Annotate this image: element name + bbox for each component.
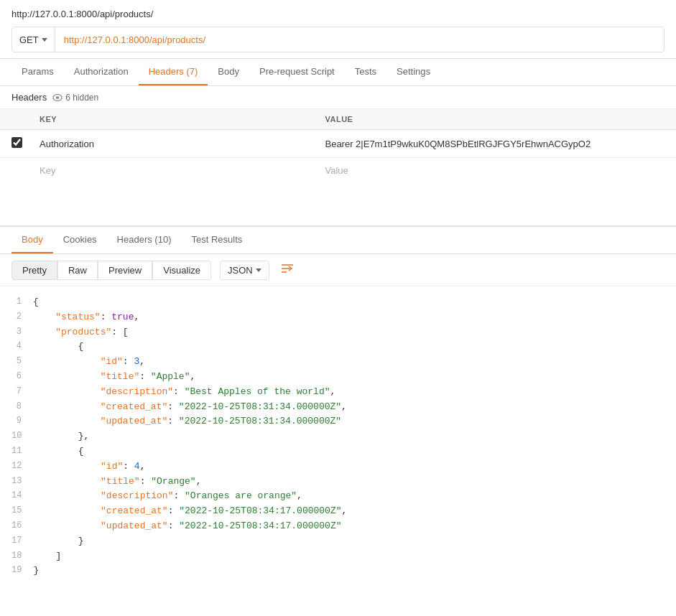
response-toolbar: Pretty Raw Preview Visualize JSON: [0, 254, 676, 286]
tab-headers[interactable]: Headers (7): [139, 59, 208, 85]
code-line-2: 2 "status": true,: [0, 310, 676, 325]
table-row: Authorization Bearer 2|E7m1tP9wkuK0QM8SP…: [0, 130, 676, 158]
line-content: ]: [33, 549, 665, 564]
code-line-5: 5 "id": 3,: [0, 355, 676, 370]
request-bar: GET: [11, 27, 665, 52]
line-content: "products": [: [33, 325, 665, 340]
line-number: 18: [11, 549, 33, 563]
table-row-placeholder: Key Value: [0, 158, 676, 184]
view-visualize-button[interactable]: Visualize: [152, 261, 211, 280]
request-tabs-nav: Params Authorization Headers (7) Body Pr…: [0, 59, 676, 85]
line-number: 2: [11, 310, 33, 324]
headers-label: Headers: [11, 92, 47, 103]
line-content: "id": 3,: [33, 355, 665, 370]
eye-icon: [52, 94, 62, 101]
format-label: JSON: [228, 265, 253, 276]
code-line-8: 8 "created_at": "2022-10-25T08:31:34.000…: [0, 400, 676, 415]
format-chevron-icon: [256, 269, 261, 272]
response-tab-headers[interactable]: Headers (10): [107, 227, 182, 253]
response-tab-cookies[interactable]: Cookies: [53, 227, 107, 253]
line-number: 9: [11, 414, 33, 428]
view-pretty-button[interactable]: Pretty: [11, 261, 57, 280]
response-section: Body Cookies Headers (10) Test Results P…: [0, 226, 676, 587]
line-number: 3: [11, 325, 33, 339]
line-number: 6: [11, 370, 33, 383]
key-col-header: KEY: [28, 109, 313, 130]
svg-point-1: [56, 96, 59, 99]
response-tab-body[interactable]: Body: [11, 227, 53, 253]
line-content: "description": "Oranges are orange",: [33, 489, 665, 504]
line-number: 7: [11, 385, 33, 398]
response-tabs-nav: Body Cookies Headers (10) Test Results: [0, 227, 676, 254]
tab-settings[interactable]: Settings: [386, 59, 440, 85]
line-number: 14: [11, 489, 33, 503]
code-line-17: 17 }: [0, 534, 676, 549]
response-tab-test-results[interactable]: Test Results: [181, 227, 252, 253]
tab-authorization[interactable]: Authorization: [64, 59, 139, 85]
value-col-header: VALUE: [313, 109, 676, 130]
code-line-16: 16 "updated_at": "2022-10-25T08:34:17.00…: [0, 519, 676, 534]
line-number: 5: [11, 355, 33, 368]
value-cell[interactable]: Bearer 2|E7m1tP9wkuK0QM8SPbEtlRGJFGY5rEh…: [313, 130, 676, 158]
line-number: 17: [11, 534, 33, 548]
checkbox-col-header: [0, 109, 28, 130]
placeholder-checkbox-cell: [0, 158, 28, 184]
line-content: "updated_at": "2022-10-25T08:34:17.00000…: [33, 519, 665, 534]
line-number: 8: [11, 400, 33, 414]
request-tabs-section: Params Authorization Headers (7) Body Pr…: [0, 59, 676, 86]
code-line-13: 13 "title": "Orange",: [0, 475, 676, 490]
code-line-6: 6 "title": "Apple",: [0, 370, 676, 385]
code-line-9: 9 "updated_at": "2022-10-25T08:31:34.000…: [0, 414, 676, 429]
line-content: "created_at": "2022-10-25T08:34:17.00000…: [33, 504, 665, 519]
chevron-down-icon: [42, 38, 47, 42]
line-number: 13: [11, 475, 33, 488]
line-content: "title": "Orange",: [33, 475, 665, 490]
line-content: },: [33, 429, 665, 444]
checkbox-cell: [0, 130, 28, 158]
hidden-count: 6 hidden: [65, 93, 98, 103]
line-content: "id": 4,: [33, 459, 665, 475]
url-bar-section: http://127.0.0.1:8000/api/products/ GET: [0, 0, 676, 59]
line-number: 10: [11, 429, 33, 443]
hidden-badge: 6 hidden: [52, 93, 98, 103]
code-line-14: 14 "description": "Oranges are orange",: [0, 489, 676, 504]
line-number: 4: [11, 340, 33, 353]
line-content: "status": true,: [33, 310, 665, 325]
method-label: GET: [19, 34, 39, 45]
tab-pre-request-script[interactable]: Pre-request Script: [249, 59, 345, 85]
wrap-button[interactable]: [275, 260, 300, 280]
line-content: "created_at": "2022-10-25T08:31:34.00000…: [33, 400, 665, 415]
line-content: {: [33, 340, 665, 355]
code-line-15: 15 "created_at": "2022-10-25T08:34:17.00…: [0, 504, 676, 519]
format-select[interactable]: JSON: [220, 261, 269, 280]
tab-body[interactable]: Body: [208, 59, 249, 85]
url-input[interactable]: [55, 34, 664, 45]
line-content: "updated_at": "2022-10-25T08:31:34.00000…: [33, 414, 665, 429]
code-line-11: 11 {: [0, 444, 676, 459]
view-preview-button[interactable]: Preview: [98, 261, 152, 280]
line-number: 16: [11, 519, 33, 533]
tab-tests[interactable]: Tests: [345, 59, 386, 85]
line-content: }: [33, 564, 665, 579]
key-cell[interactable]: Authorization: [28, 130, 313, 158]
line-number: 19: [11, 564, 33, 577]
placeholder-key[interactable]: Key: [28, 158, 313, 184]
code-line-12: 12 "id": 4,: [0, 459, 676, 475]
placeholder-value[interactable]: Value: [313, 158, 676, 184]
headers-table: KEY VALUE Authorization Bearer 2|E7m1tP9…: [0, 109, 676, 183]
line-content: "title": "Apple",: [33, 370, 665, 385]
code-line-1: 1 {: [0, 295, 676, 310]
code-line-18: 18 ]: [0, 549, 676, 564]
code-viewer: 1 { 2 "status": true, 3 "products": [ 4 …: [0, 286, 676, 587]
header-checkbox[interactable]: [11, 137, 22, 148]
line-number: 15: [11, 504, 33, 518]
method-select[interactable]: GET: [12, 27, 55, 52]
line-content: }: [33, 534, 665, 549]
code-line-10: 10 },: [0, 429, 676, 444]
tab-params[interactable]: Params: [11, 59, 64, 85]
headers-subheader: Headers 6 hidden: [0, 86, 676, 109]
code-line-19: 19 }: [0, 564, 676, 579]
view-raw-button[interactable]: Raw: [57, 261, 98, 280]
code-line-3: 3 "products": [: [0, 325, 676, 340]
url-display: http://127.0.0.1:8000/api/products/: [11, 9, 665, 19]
